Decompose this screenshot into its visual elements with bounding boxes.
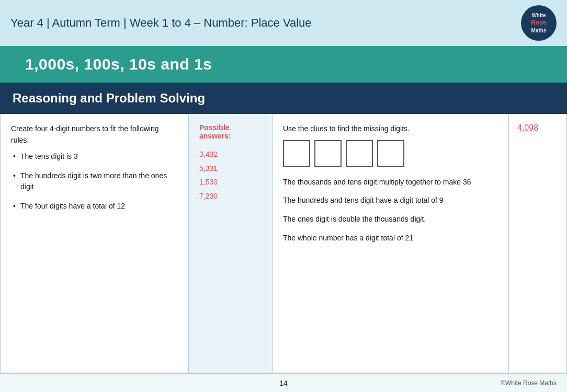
answer-value-2: 5,331 bbox=[199, 162, 262, 176]
digit-box-3 bbox=[346, 140, 373, 167]
middle-panel: Possible answers: 3,432 5,331 1,533 7,23… bbox=[189, 114, 273, 373]
header: Year 4 | Autumn Term | Week 1 to 4 – Num… bbox=[0, 0, 567, 46]
list-item: The tens digit is 3 bbox=[11, 151, 178, 162]
logo: White Rose Maths bbox=[521, 5, 557, 41]
page-number: 14 bbox=[279, 379, 288, 387]
logo-line2: Rose bbox=[531, 19, 546, 27]
section-title-inner: 1,000s, 100s, 10s and 1s bbox=[13, 46, 243, 83]
clue-3: The ones digit is double the thousands d… bbox=[283, 214, 498, 225]
list-item: The hundreds digit is two more than the … bbox=[11, 170, 178, 192]
answer-value-1: 3,432 bbox=[199, 147, 262, 162]
answer-value-4: 7,230 bbox=[199, 189, 262, 203]
section-title-text: 1,000s, 100s, 10s and 1s bbox=[25, 55, 212, 73]
digit-box-4 bbox=[377, 140, 404, 167]
clue-4: The whole number has a digit total of 21 bbox=[283, 233, 498, 244]
logo-line1: White bbox=[531, 12, 546, 19]
section-title-bar: 1,000s, 100s, 10s and 1s bbox=[0, 46, 567, 83]
footer: 14 ©White Rose Maths bbox=[0, 373, 567, 392]
right-answer-panel: 4,098 bbox=[509, 114, 566, 373]
main-content: Create four 4-digit numbers to fit the f… bbox=[0, 114, 567, 373]
right-answer-value: 4,098 bbox=[517, 123, 538, 132]
copyright: ©White Rose Maths bbox=[501, 379, 557, 387]
right-panel: Use the clues to find the missing digits… bbox=[273, 114, 566, 373]
right-intro: Use the clues to find the missing digits… bbox=[283, 123, 498, 135]
possible-answers-heading: Possible answers: bbox=[199, 123, 262, 140]
clue-1: The thousands and tens digit multiply to… bbox=[283, 177, 498, 188]
subsection-title-bar: Reasoning and Problem Solving bbox=[0, 83, 567, 114]
clue-2: The hundreds and tens digit have a digit… bbox=[283, 195, 498, 206]
subsection-title-text: Reasoning and Problem Solving bbox=[13, 91, 205, 106]
digit-box-1 bbox=[283, 140, 310, 167]
digit-boxes bbox=[283, 140, 498, 167]
left-panel: Create four 4-digit numbers to fit the f… bbox=[1, 114, 189, 373]
list-item: The four digits have a total of 12 bbox=[11, 201, 178, 212]
right-main: Use the clues to find the missing digits… bbox=[273, 114, 509, 373]
bullet-list: The tens digit is 3 The hundreds digit i… bbox=[11, 151, 178, 212]
left-panel-intro: Create four 4-digit numbers to fit the f… bbox=[11, 123, 178, 146]
header-title: Year 4 | Autumn Term | Week 1 to 4 – Num… bbox=[10, 16, 312, 30]
answer-value-3: 1,533 bbox=[199, 175, 262, 189]
digit-box-2 bbox=[314, 140, 342, 167]
logo-line3: Maths bbox=[531, 27, 547, 34]
